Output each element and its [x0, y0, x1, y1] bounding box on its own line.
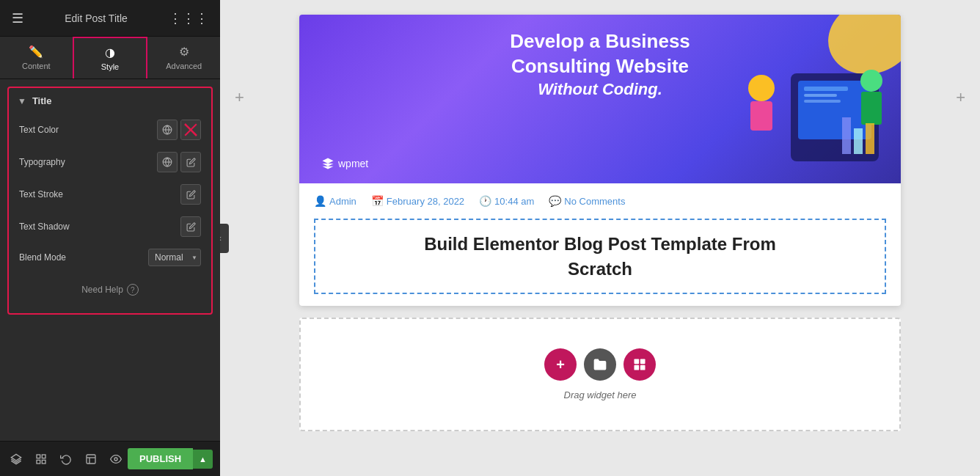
typography-row: Typography	[9, 146, 211, 178]
post-date: February 28, 2022	[387, 196, 464, 207]
left-panel: ☰ Edit Post Title ⋮⋮⋮ ✏️ Content ◑ Style…	[0, 0, 220, 476]
pencil-icon: ✏️	[29, 45, 43, 59]
eye-icon[interactable]	[107, 450, 125, 468]
text-stroke-edit-icon[interactable]	[180, 184, 201, 205]
wpmet-logo-text: wpmet	[338, 158, 368, 169]
panel-tabs: ✏️ Content ◑ Style ⚙ Advanced	[0, 37, 220, 79]
add-section-left-button[interactable]: +	[235, 88, 244, 107]
svg-rect-2	[181, 120, 200, 139]
svg-rect-31	[640, 365, 646, 370]
svg-rect-26	[854, 128, 863, 154]
half-circle-icon: ◑	[105, 45, 115, 59]
svg-point-23	[860, 70, 882, 92]
blog-header-text: Develop a Business Consulting Website Wi…	[510, 29, 690, 100]
tab-advanced[interactable]: ⚙ Advanced	[147, 37, 220, 78]
meta-comments: 💬 No Comments	[549, 195, 625, 207]
blog-meta: 👤 Admin 📅 February 28, 2022 🕐 10:44 am 💬…	[299, 183, 901, 213]
panel-content: ▼ Title Text Color	[0, 79, 220, 441]
header-line1: Develop a Business	[510, 29, 690, 54]
publish-button-group: PUBLISH ▲	[128, 448, 213, 469]
layers-icon[interactable]	[7, 450, 25, 468]
svg-rect-19	[804, 94, 837, 97]
calendar-icon: 📅	[371, 195, 384, 207]
blog-title-section: Build Elementor Blog Post Template From …	[314, 219, 886, 294]
bottom-toolbar-icons	[7, 450, 125, 468]
add-widget-button[interactable]: +	[544, 348, 577, 381]
svg-rect-8	[42, 455, 45, 458]
clock-icon: 🕐	[479, 195, 491, 207]
hamburger-icon[interactable]: ☰	[12, 10, 23, 26]
blend-mode-select[interactable]: Normal Multiply Screen Overlay	[148, 249, 201, 266]
post-title-line1: Build Elementor Blog Post Template From	[424, 234, 776, 254]
section-title-header[interactable]: ▼ Title	[9, 88, 211, 114]
svg-point-21	[748, 75, 775, 101]
typography-label: Typography	[19, 157, 65, 167]
text-color-controls	[157, 120, 201, 140]
need-help-label: Need Help	[81, 285, 123, 295]
chevron-down-icon: ▼	[18, 96, 26, 106]
author-icon: 👤	[314, 195, 326, 207]
comments-text: No Comments	[564, 196, 625, 207]
typography-edit-icon[interactable]	[180, 152, 201, 172]
globe-icon[interactable]	[157, 120, 178, 140]
svg-rect-28	[635, 359, 640, 365]
meta-author: 👤 Admin	[314, 195, 356, 207]
text-shadow-controls	[180, 216, 201, 237]
collapse-panel-handle[interactable]: ‹	[220, 224, 229, 253]
section-title-label: Title	[32, 95, 52, 106]
need-help-section: Need Help ?	[9, 272, 211, 307]
tab-style[interactable]: ◑ Style	[73, 37, 148, 78]
drag-widget-text: Drag widget here	[564, 389, 637, 400]
meta-time: 🕐 10:44 am	[479, 195, 534, 207]
main-canvas-area: ‹ + + Develop a Business Consulting Webs…	[220, 0, 980, 476]
blend-mode-row: Blend Mode Normal Multiply Screen Overla…	[9, 243, 211, 272]
text-color-label: Text Color	[19, 125, 59, 135]
author-name: Admin	[329, 196, 356, 207]
svg-rect-24	[861, 92, 882, 125]
add-section-right-button[interactable]: +	[956, 88, 965, 107]
panel-title: Edit Post Title	[65, 12, 128, 24]
blend-mode-dropdown-wrap: Normal Multiply Screen Overlay	[148, 249, 201, 266]
text-shadow-edit-icon[interactable]	[180, 216, 201, 237]
tab-advanced-label: Advanced	[166, 62, 202, 70]
tab-style-label: Style	[101, 62, 119, 71]
svg-rect-27	[866, 123, 874, 154]
tab-content-label: Content	[22, 62, 51, 70]
elementkit-button[interactable]	[624, 348, 656, 381]
text-color-row: Text Color	[9, 114, 211, 146]
title-section: ▼ Title Text Color	[7, 87, 213, 315]
comment-icon: 💬	[549, 195, 561, 207]
publish-arrow-button[interactable]: ▲	[193, 450, 213, 469]
stack-icon[interactable]	[32, 450, 50, 468]
publish-button[interactable]: PUBLISH	[128, 448, 193, 469]
text-stroke-controls	[180, 184, 201, 205]
post-title-line2: Scratch	[568, 259, 632, 279]
svg-rect-10	[37, 460, 40, 464]
wpmet-logo: wpmet	[321, 157, 368, 170]
apps-icon[interactable]: ⋮⋮⋮	[169, 10, 208, 26]
gear-icon: ⚙	[179, 45, 189, 59]
widget-action-buttons: +	[544, 348, 656, 381]
header-line3: Without Coding.	[510, 79, 690, 100]
typography-globe-icon[interactable]	[157, 152, 178, 172]
text-stroke-row: Text Stroke	[9, 178, 211, 210]
blend-mode-label: Blend Mode	[19, 252, 66, 263]
color-slash-icon[interactable]	[180, 120, 201, 140]
blog-header-image: Develop a Business Consulting Website Wi…	[299, 15, 901, 183]
blog-preview: Develop a Business Consulting Website Wi…	[299, 15, 901, 306]
tab-content[interactable]: ✏️ Content	[0, 37, 73, 78]
widget-drop-area[interactable]: + Drag widget here	[299, 318, 901, 431]
header-line2: Consulting Website	[510, 54, 690, 79]
post-time: 10:44 am	[494, 196, 534, 207]
panel-header: ☰ Edit Post Title ⋮⋮⋮	[0, 0, 220, 37]
svg-point-14	[114, 458, 117, 461]
text-stroke-label: Text Stroke	[19, 189, 63, 199]
widget-folder-button[interactable]	[584, 348, 616, 381]
canvas-area: + + Develop a Business Consulting Websit…	[220, 0, 980, 476]
help-circle-icon[interactable]: ?	[127, 284, 139, 296]
template-icon[interactable]	[82, 450, 100, 468]
svg-rect-18	[804, 87, 848, 91]
svg-rect-25	[842, 117, 851, 154]
history-icon[interactable]	[57, 450, 75, 468]
text-shadow-row: Text Shadow	[9, 210, 211, 243]
